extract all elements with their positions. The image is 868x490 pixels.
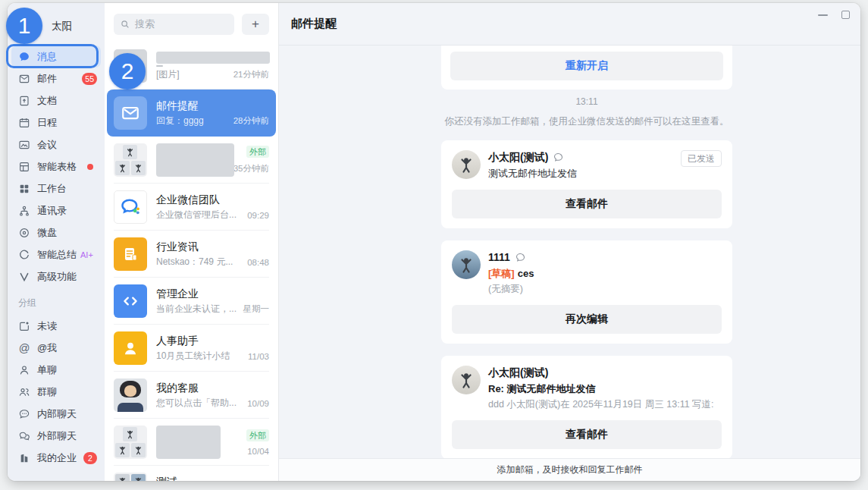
sidebar-item-mail[interactable]: 邮件 55 bbox=[8, 68, 105, 90]
sidebar-item-label: 会议 bbox=[37, 138, 57, 152]
search-row: 搜索 + bbox=[105, 14, 278, 35]
group-avatar bbox=[114, 426, 147, 459]
mail-subject: 测试无邮件地址发信 bbox=[488, 167, 681, 181]
sidebar-item-unread[interactable]: 未读 bbox=[8, 315, 105, 337]
calendar-icon bbox=[18, 117, 30, 129]
sidebar-item-label: 群聊 bbox=[37, 385, 57, 399]
sidebar-item-external-chat[interactable]: 外部聊天 bbox=[8, 425, 105, 447]
sidebar-item-single-chat[interactable]: 单聊 bbox=[8, 359, 105, 381]
chat-title: 行业资讯 bbox=[156, 240, 269, 254]
chat-title: 测试 bbox=[156, 475, 269, 481]
search-icon bbox=[120, 19, 130, 30]
sidebar-item-group-chat[interactable]: 群聊 bbox=[8, 381, 105, 403]
sidebar-item-internal-chat[interactable]: 内部聊天 bbox=[8, 403, 105, 425]
sidebar-item-drive[interactable]: 微盘 bbox=[8, 221, 105, 243]
chat-item-my-service[interactable]: 我的客服 您可以点击「帮助... 10/09 bbox=[105, 372, 278, 419]
chat-item-redacted-2[interactable]: 外部 35分钟前 bbox=[105, 137, 278, 184]
chat-title: 我的客服 bbox=[156, 381, 269, 395]
person-photo bbox=[457, 256, 475, 274]
maximize-button[interactable] bbox=[841, 11, 850, 19]
comment-bubble-icon[interactable] bbox=[553, 152, 564, 163]
chat-subtitle: Netskao：749 元... bbox=[156, 256, 233, 269]
chat-item-test[interactable]: 测试 [图片] 09/22 bbox=[105, 466, 278, 481]
chat-item-industry-news[interactable]: 行业资讯 Netskao：749 元... 08:48 bbox=[105, 231, 278, 278]
chat-item-hr-assistant[interactable]: 人事助手 10月员工统计小结 11/03 bbox=[105, 325, 278, 372]
unread-icon bbox=[18, 320, 30, 332]
sidebar-item-calendar[interactable]: 日程 bbox=[8, 112, 105, 133]
company-icon bbox=[18, 452, 30, 464]
chat-subtitle: 当前企业未认证，... bbox=[156, 303, 237, 316]
sidebar-item-ai-summary[interactable]: 智能总结 AI+ bbox=[8, 243, 105, 265]
chat-subtitle: 10月员工统计小结 bbox=[156, 350, 230, 363]
chat-item-redacted-3[interactable]: 外部 10/04 bbox=[105, 419, 278, 466]
person-photo bbox=[118, 445, 127, 455]
sidebar-item-mentions[interactable]: @ @我 bbox=[8, 337, 105, 359]
sidebar-item-docs[interactable]: 文档 bbox=[8, 90, 105, 112]
chat-time: 10/04 bbox=[247, 447, 269, 456]
ai-summary-icon bbox=[18, 249, 30, 261]
search-input[interactable]: 搜索 bbox=[114, 14, 234, 35]
user-name: 太阳 bbox=[52, 20, 72, 33]
sidebar-item-meeting[interactable]: 会议 bbox=[8, 133, 105, 155]
sender-name: 小太阳(测试) bbox=[488, 150, 548, 165]
sender-name: 1111 bbox=[488, 250, 510, 265]
sidebar-item-label: 日程 bbox=[37, 116, 57, 130]
person-photo bbox=[133, 163, 143, 173]
status-badge: 已发送 bbox=[681, 150, 722, 167]
redacted-name bbox=[156, 52, 270, 64]
workbench-icon bbox=[18, 183, 30, 195]
redacted-name bbox=[156, 143, 234, 177]
ai-plus-tag: AI+ bbox=[80, 250, 93, 259]
chat-item-mail-reminder[interactable]: 邮件提醒 回复：gggg 28分钟前 bbox=[107, 90, 276, 137]
wecom-team-avatar bbox=[114, 190, 147, 224]
document-icon bbox=[18, 95, 30, 107]
single-chat-icon bbox=[18, 364, 30, 376]
sender-avatar bbox=[452, 150, 481, 179]
window-controls bbox=[818, 11, 850, 19]
annotation-step-1: 1 bbox=[6, 8, 42, 44]
comment-bubble-icon[interactable] bbox=[515, 252, 526, 263]
sidebar-item-my-company[interactable]: 我的企业 2 bbox=[8, 447, 105, 469]
sidebar-item-contacts[interactable]: 通讯录 bbox=[8, 199, 105, 221]
add-mailbox-bar[interactable]: 添加邮箱，及时接收和回复工作邮件 bbox=[279, 458, 860, 481]
timestamp: 13:11 bbox=[441, 96, 732, 107]
premium-icon bbox=[18, 271, 30, 283]
sidebar-item-premium[interactable]: 高级功能 bbox=[8, 265, 105, 287]
sidebar-item-smart-table[interactable]: 智能表格 bbox=[8, 155, 105, 177]
group-avatar bbox=[114, 473, 147, 481]
view-mail-button[interactable]: 查看邮件 bbox=[452, 420, 722, 449]
internal-chat-icon bbox=[18, 408, 30, 420]
view-mail-button[interactable]: 查看邮件 bbox=[452, 190, 722, 218]
annotation-highlight-messages bbox=[6, 44, 99, 68]
contacts-icon bbox=[18, 205, 30, 217]
group-avatar bbox=[114, 143, 147, 177]
chat-item-text: 我的客服 您可以点击「帮助... 10/09 bbox=[156, 381, 269, 410]
chat-time: 星期一 bbox=[243, 303, 270, 315]
system-card: 重新开启 bbox=[441, 46, 732, 90]
add-button[interactable]: + bbox=[242, 14, 269, 35]
sidebar: 太阳 消息 邮件 55 文档 bbox=[8, 3, 105, 481]
chat-item-text: [图片] 21分钟前 bbox=[156, 52, 269, 81]
chat-subtitle: [图片] bbox=[156, 68, 180, 81]
sidebar-nav: 消息 邮件 55 文档 日程 bbox=[8, 46, 105, 469]
mail-card-reply: 小太阳(测试) Re: 测试无邮件地址发信 ddd 小太阳(测试)在 2025年… bbox=[441, 356, 732, 458]
external-tag: 外部 bbox=[246, 146, 269, 158]
drive-icon bbox=[18, 227, 30, 239]
chat-title: 人事助手 bbox=[156, 334, 269, 348]
reopen-button[interactable]: 重新开启 bbox=[450, 52, 723, 80]
group-chat-icon bbox=[18, 386, 30, 398]
sidebar-item-label: 邮件 bbox=[37, 72, 57, 86]
chat-item-manage-company[interactable]: 管理企业 当前企业未认证，... 星期一 bbox=[105, 278, 278, 325]
chat-item-wecom-team[interactable]: 企业微信团队 企业微信管理后台... 09:29 bbox=[105, 184, 278, 231]
meeting-icon bbox=[18, 139, 30, 151]
draft-tag: [草稿] bbox=[488, 268, 515, 279]
mail-unread-badge: 55 bbox=[82, 73, 97, 85]
minimize-button[interactable] bbox=[818, 14, 828, 16]
sidebar-item-workbench[interactable]: 工作台 bbox=[8, 177, 105, 199]
chat-item-text: 行业资讯 Netskao：749 元... 08:48 bbox=[156, 240, 269, 269]
person-photo bbox=[125, 147, 135, 157]
edit-again-button[interactable]: 再次编辑 bbox=[452, 305, 722, 334]
sidebar-item-label: 内部聊天 bbox=[37, 407, 77, 421]
sidebar-item-label: 未读 bbox=[37, 319, 57, 333]
external-chat-icon bbox=[18, 430, 30, 442]
